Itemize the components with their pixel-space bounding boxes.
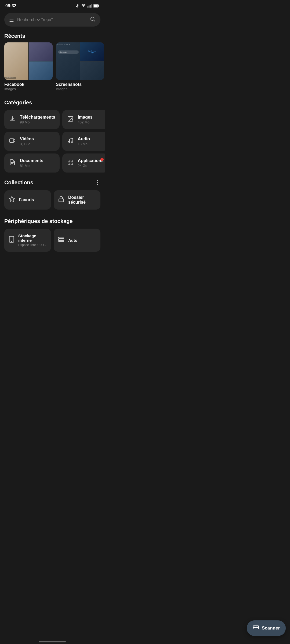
thumb-cell	[80, 61, 104, 80]
recent-item-screenshots[interactable]: ile a annulé SOLA... ○ Commenter Synchro…	[56, 42, 104, 91]
storage-internal[interactable]: Stockage interne Espace libre : 87 G	[4, 229, 51, 252]
dossier-securise-name: Dossier sécurisé	[68, 195, 96, 205]
storage-title: Périphériques de stockage	[0, 216, 105, 228]
battery-icon	[93, 4, 99, 8]
collections-grid: Favoris Dossier sécurisé	[0, 189, 105, 214]
hamburger-icon[interactable]: ☰	[9, 17, 14, 23]
svg-rect-2	[90, 5, 90, 8]
svg-rect-11	[10, 139, 14, 142]
collection-favoris[interactable]: Favoris	[4, 190, 51, 210]
svg-point-13	[71, 141, 73, 142]
search-placeholder: Recherchez "reçu"	[17, 17, 86, 22]
video-icon	[9, 137, 16, 145]
wifi-icon	[81, 4, 86, 8]
download-icon	[9, 116, 16, 124]
svg-rect-0	[88, 6, 88, 8]
storage-section: Périphériques de stockage Stockage inter…	[0, 216, 105, 258]
images-name: Images	[78, 115, 93, 120]
category-documents[interactable]: Documents 81 Mo	[4, 153, 60, 173]
facebook-thumb: administrat...	[4, 42, 53, 80]
collections-section: Collections ⋮ Favoris Dossier sécurisé	[0, 177, 105, 216]
lock-icon	[58, 196, 64, 204]
documents-size: 81 Mo	[20, 164, 43, 168]
applications-size: 24 Go	[78, 164, 104, 168]
audio-icon	[67, 137, 74, 145]
svg-rect-6	[99, 5, 99, 6]
categories-title: Catégories	[0, 97, 105, 109]
storage-auto[interactable]: Auto	[54, 229, 100, 252]
collections-header: Collections ⋮	[0, 177, 105, 189]
svg-rect-25	[59, 239, 64, 240]
categories-grid: Téléchargements 98 Mo Images 402 Mo	[0, 109, 105, 177]
recents-section: Récents administrat... Facebook Images i…	[0, 31, 105, 95]
category-applications[interactable]: Applications 24 Go	[62, 153, 105, 173]
svg-rect-19	[71, 163, 73, 165]
screenshots-name: Screenshots	[56, 82, 104, 87]
svg-rect-18	[68, 163, 70, 165]
telechargements-name: Téléchargements	[20, 115, 55, 120]
categories-section: Catégories Téléchargements 98 Mo	[0, 95, 105, 177]
svg-line-8	[94, 20, 95, 21]
category-telechargements[interactable]: Téléchargements 98 Mo	[4, 110, 60, 129]
videos-name: Vidéos	[20, 137, 34, 141]
svg-point-12	[68, 141, 70, 143]
audio-size: 13 Mo	[78, 142, 90, 146]
svg-rect-17	[71, 160, 73, 162]
status-bar: 09:32	[0, 0, 105, 11]
collections-title: Collections	[4, 180, 33, 186]
facebook-name: Facebook	[4, 82, 53, 87]
stack-icon	[58, 236, 64, 244]
svg-rect-26	[59, 240, 64, 241]
facebook-type: Images	[4, 87, 53, 91]
thumb-cell: Synchroniserapps	[80, 42, 104, 61]
bluetooth-icon	[75, 3, 79, 8]
collection-dossier-securise[interactable]: Dossier sécurisé	[54, 190, 100, 210]
telechargements-size: 98 Mo	[20, 120, 55, 124]
apps-icon	[67, 159, 74, 167]
screenshots-thumb: ile a annulé SOLA... ○ Commenter Synchro…	[56, 42, 104, 80]
svg-rect-16	[68, 160, 70, 162]
thumb-cell: administrat...	[4, 42, 28, 80]
recents-scroll[interactable]: administrat... Facebook Images ile a ann…	[0, 42, 105, 95]
search-bar[interactable]: ☰ Recherchez "reçu"	[4, 13, 100, 27]
recent-item-facebook[interactable]: administrat... Facebook Images	[4, 42, 53, 91]
svg-rect-24	[59, 237, 64, 238]
images-size: 402 Mo	[78, 120, 93, 124]
audio-name: Audio	[78, 137, 90, 141]
svg-point-23	[11, 241, 12, 242]
document-icon	[9, 159, 16, 167]
internal-storage-free: Espace libre : 87 G	[18, 243, 47, 247]
internal-storage-name: Stockage interne	[18, 233, 47, 243]
status-time: 09:32	[5, 3, 16, 8]
svg-marker-20	[9, 196, 15, 202]
images-icon	[67, 116, 74, 124]
applications-notification-dot	[100, 158, 104, 161]
svg-rect-1	[89, 5, 89, 8]
star-icon	[9, 196, 15, 204]
category-videos[interactable]: Vidéos 3,0 Go	[4, 132, 60, 151]
videos-size: 3,0 Go	[20, 142, 34, 146]
phone-icon	[9, 236, 15, 244]
search-icon[interactable]	[90, 16, 96, 23]
thumb-cell	[29, 61, 53, 80]
svg-rect-21	[59, 199, 64, 202]
thumb-cell	[29, 42, 53, 61]
auto-storage-name: Auto	[68, 238, 77, 243]
recents-title: Récents	[0, 31, 105, 42]
storage-grid: Stockage interne Espace libre : 87 G Aut…	[0, 228, 105, 256]
svg-point-10	[69, 118, 70, 118]
category-images[interactable]: Images 402 Mo	[62, 110, 105, 129]
favoris-name: Favoris	[19, 197, 34, 202]
applications-name: Applications	[78, 158, 104, 163]
documents-name: Documents	[20, 158, 43, 163]
svg-rect-5	[94, 5, 97, 7]
signal-icon	[88, 4, 92, 8]
svg-rect-3	[91, 4, 92, 8]
status-icons	[75, 3, 99, 8]
screenshots-type: Images	[56, 87, 104, 91]
thumb-cell: ile a annulé SOLA... ○ Commenter	[56, 42, 80, 80]
category-audio[interactable]: Audio 13 Mo	[62, 132, 105, 151]
collections-more-button[interactable]: ⋮	[95, 179, 100, 186]
